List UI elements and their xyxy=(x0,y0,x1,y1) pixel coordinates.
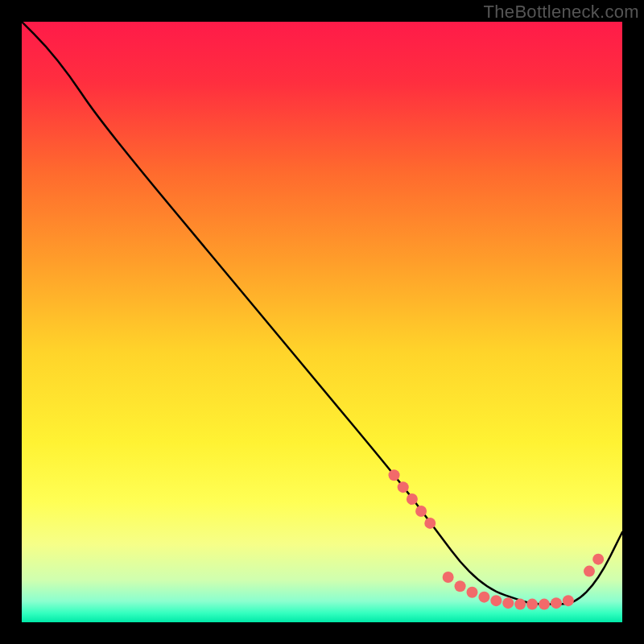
data-marker xyxy=(389,469,400,481)
chart-frame: TheBottleneck.com xyxy=(0,0,644,644)
data-marker xyxy=(551,597,562,609)
data-marker xyxy=(407,493,418,505)
data-marker xyxy=(502,597,514,609)
data-marker xyxy=(467,587,478,598)
data-marker xyxy=(424,518,436,529)
data-marker xyxy=(539,599,550,610)
data-marker xyxy=(443,572,454,583)
data-marker xyxy=(455,580,466,592)
data-marker xyxy=(592,554,604,565)
data-marker xyxy=(398,481,409,493)
gradient-background xyxy=(22,22,622,622)
data-marker xyxy=(584,566,595,577)
data-marker xyxy=(526,599,538,610)
data-marker xyxy=(478,592,489,603)
data-marker xyxy=(490,595,502,606)
data-marker xyxy=(563,595,574,606)
chart-plot xyxy=(22,22,622,622)
watermark-text: TheBottleneck.com xyxy=(484,2,639,23)
data-marker xyxy=(415,506,427,517)
data-marker xyxy=(514,599,526,610)
